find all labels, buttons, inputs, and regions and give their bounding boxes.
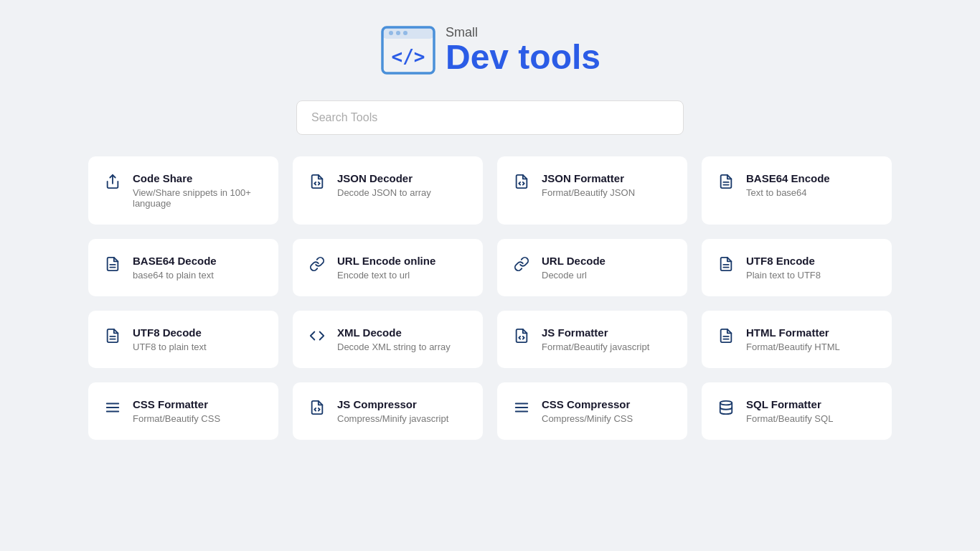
tool-card-xml-decode[interactable]: XML DecodeDecode XML string to array [293, 311, 483, 368]
css-compressor-info: CSS CompressorCompress/Minify CSS [542, 398, 673, 424]
tool-card-css-compressor[interactable]: CSS CompressorCompress/Minify CSS [497, 382, 687, 440]
logo: </> Small Dev tools [380, 22, 600, 79]
tool-card-base64-decode[interactable]: BASE64 Decodebase64 to plain text [88, 239, 278, 296]
tools-grid: Code ShareView/Share snippets in 100+ la… [74, 156, 906, 440]
svg-point-4 [403, 31, 407, 35]
url-decode-info: URL DecodeDecode url [542, 255, 673, 281]
json-decoder-info: JSON DecoderDecode JSON to array [337, 172, 468, 198]
css-compressor-desc: Compress/Minify CSS [542, 413, 673, 424]
base64-encode-desc: Text to base64 [746, 187, 877, 198]
code-share-desc: View/Share snippets in 100+ language [133, 187, 264, 209]
json-decoder-icon [307, 174, 327, 189]
logo-icon: </> [380, 22, 437, 79]
code-share-info: Code ShareView/Share snippets in 100+ la… [133, 172, 264, 209]
xml-decode-title: XML Decode [337, 326, 468, 339]
tool-card-utf8-encode[interactable]: UTF8 EncodePlain text to UTF8 [702, 239, 892, 296]
logo-text: Small Dev tools [446, 26, 600, 75]
xml-decode-icon [307, 328, 327, 344]
utf8-encode-desc: Plain text to UTF8 [746, 270, 877, 281]
url-encode-info: URL Encode onlineEncode text to url [337, 255, 468, 281]
url-encode-desc: Encode text to url [337, 270, 468, 281]
css-formatter-desc: Format/Beautify CSS [133, 413, 264, 424]
base64-decode-desc: base64 to plain text [133, 270, 264, 281]
url-decode-icon [512, 256, 532, 272]
html-formatter-desc: Format/Beautify HTML [746, 342, 877, 352]
base64-decode-icon [103, 256, 123, 272]
tool-card-utf8-decode[interactable]: UTF8 DecodeUTF8 to plain text [88, 311, 278, 368]
base64-encode-info: BASE64 EncodeText to base64 [746, 172, 877, 198]
utf8-encode-title: UTF8 Encode [746, 255, 877, 267]
tool-card-js-formatter[interactable]: JS FormatterFormat/Beautify javascript [497, 311, 687, 368]
css-formatter-icon [103, 400, 123, 415]
utf8-decode-title: UTF8 Decode [133, 326, 264, 339]
css-formatter-info: CSS FormatterFormat/Beautify CSS [133, 398, 264, 424]
css-compressor-title: CSS Compressor [542, 398, 673, 410]
tool-card-url-encode[interactable]: URL Encode onlineEncode text to url [293, 239, 483, 296]
svg-point-3 [396, 31, 400, 35]
svg-text:</>: </> [391, 46, 425, 67]
search-input[interactable] [296, 100, 684, 135]
code-share-title: Code Share [133, 172, 264, 184]
svg-point-2 [389, 31, 393, 35]
url-encode-title: URL Encode online [337, 255, 468, 267]
json-formatter-icon [512, 174, 532, 189]
json-decoder-title: JSON Decoder [337, 172, 468, 184]
json-formatter-desc: Format/Beautify JSON [542, 187, 673, 198]
utf8-decode-icon [103, 328, 123, 344]
html-formatter-info: HTML FormatterFormat/Beautify HTML [746, 326, 877, 352]
utf8-decode-desc: UTF8 to plain text [133, 342, 264, 352]
json-formatter-info: JSON FormatterFormat/Beautify JSON [542, 172, 673, 198]
base64-encode-title: BASE64 Encode [746, 172, 877, 184]
header: </> Small Dev tools [0, 0, 980, 93]
url-encode-icon [307, 256, 327, 272]
tool-card-html-formatter[interactable]: HTML FormatterFormat/Beautify HTML [702, 311, 892, 368]
json-decoder-desc: Decode JSON to array [337, 187, 468, 198]
tool-card-js-compressor[interactable]: JS CompressorCompress/Minify javascript [293, 382, 483, 440]
tool-card-json-formatter[interactable]: JSON FormatterFormat/Beautify JSON [497, 156, 687, 225]
logo-small-text: Small [446, 26, 600, 39]
css-formatter-title: CSS Formatter [133, 398, 264, 410]
tool-card-sql-formatter[interactable]: SQL FormatterFormat/Beautify SQL [702, 382, 892, 440]
code-share-icon [103, 174, 123, 189]
js-compressor-title: JS Compressor [337, 398, 468, 410]
html-formatter-title: HTML Formatter [746, 326, 877, 339]
js-formatter-info: JS FormatterFormat/Beautify javascript [542, 326, 673, 352]
sql-formatter-title: SQL Formatter [746, 398, 877, 410]
xml-decode-desc: Decode XML string to array [337, 342, 468, 352]
tool-card-url-decode[interactable]: URL DecodeDecode url [497, 239, 687, 296]
logo-devtools-text: Dev tools [446, 40, 600, 75]
js-compressor-desc: Compress/Minify javascript [337, 413, 468, 424]
utf8-encode-info: UTF8 EncodePlain text to UTF8 [746, 255, 877, 281]
url-decode-title: URL Decode [542, 255, 673, 267]
sql-formatter-desc: Format/Beautify SQL [746, 413, 877, 424]
svg-point-23 [720, 401, 732, 405]
sql-formatter-info: SQL FormatterFormat/Beautify SQL [746, 398, 877, 424]
js-compressor-icon [307, 400, 327, 415]
html-formatter-icon [716, 328, 736, 344]
js-compressor-info: JS CompressorCompress/Minify javascript [337, 398, 468, 424]
base64-decode-info: BASE64 Decodebase64 to plain text [133, 255, 264, 281]
tool-card-code-share[interactable]: Code ShareView/Share snippets in 100+ la… [88, 156, 278, 225]
utf8-encode-icon [716, 256, 736, 272]
xml-decode-info: XML DecodeDecode XML string to array [337, 326, 468, 352]
css-compressor-icon [512, 400, 532, 415]
js-formatter-icon [512, 328, 532, 344]
tool-card-css-formatter[interactable]: CSS FormatterFormat/Beautify CSS [88, 382, 278, 440]
url-decode-desc: Decode url [542, 270, 673, 281]
json-formatter-title: JSON Formatter [542, 172, 673, 184]
sql-formatter-icon [716, 400, 736, 415]
tool-card-json-decoder[interactable]: JSON DecoderDecode JSON to array [293, 156, 483, 225]
base64-decode-title: BASE64 Decode [133, 255, 264, 267]
js-formatter-title: JS Formatter [542, 326, 673, 339]
js-formatter-desc: Format/Beautify javascript [542, 342, 673, 352]
tool-card-base64-encode[interactable]: BASE64 EncodeText to base64 [702, 156, 892, 225]
search-container [0, 93, 980, 156]
base64-encode-icon [716, 174, 736, 189]
utf8-decode-info: UTF8 DecodeUTF8 to plain text [133, 326, 264, 352]
